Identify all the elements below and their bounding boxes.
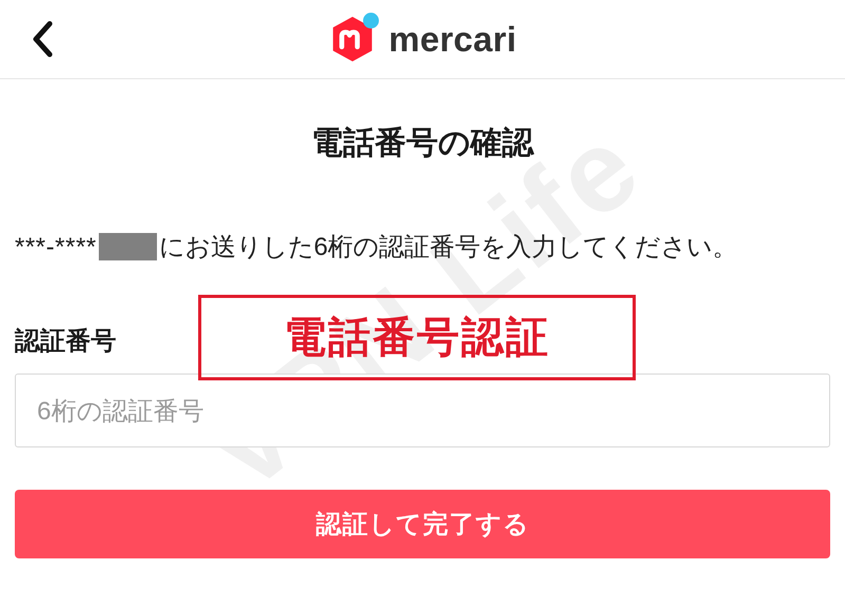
instruction-text: ***-**** にお送りした6桁の認証番号を入力してください。 bbox=[15, 228, 830, 266]
brand-logo: mercari bbox=[328, 15, 516, 63]
code-field-label: 認証番号 bbox=[15, 324, 830, 358]
brand-mark-icon bbox=[328, 15, 377, 63]
back-button[interactable] bbox=[21, 18, 63, 60]
instruction-sentence: にお送りした6桁の認証番号を入力してください。 bbox=[159, 228, 738, 266]
main-content: 電話番号の確認 ***-**** にお送りした6桁の認証番号を入力してください。… bbox=[0, 122, 845, 558]
chevron-left-icon bbox=[31, 21, 54, 58]
page-title: 電話番号の確認 bbox=[15, 122, 830, 164]
submit-button[interactable]: 認証して完了する bbox=[15, 490, 830, 558]
brand-name: mercari bbox=[388, 19, 516, 59]
verification-code-input[interactable] bbox=[15, 374, 830, 447]
app-header: mercari bbox=[0, 0, 845, 79]
phone-redacted-block bbox=[99, 233, 157, 260]
phone-masked-prefix: ***-**** bbox=[15, 228, 97, 266]
